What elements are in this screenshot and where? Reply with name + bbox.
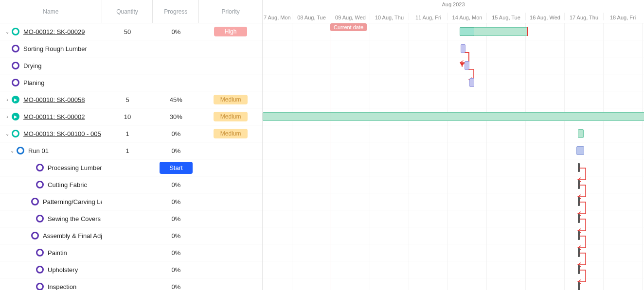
blue-ring-icon: [17, 147, 24, 154]
cell-priority: Medium: [199, 112, 262, 121]
table-row[interactable]: Sewing the Covers0%: [0, 210, 262, 227]
table-row[interactable]: Assembly & Final Adju0%: [0, 227, 262, 244]
purple-ring-icon: [36, 266, 44, 273]
table-row[interactable]: ›▶MO-00011: SK-000021030%Medium: [0, 108, 262, 125]
purple-ring-icon: [36, 181, 44, 188]
col-header-quantity: Quantity: [102, 0, 153, 23]
cell-progress: 0%: [153, 198, 199, 205]
task-label: Drying: [23, 62, 42, 69]
table-row[interactable]: Sorting Rough Lumber: [0, 40, 262, 57]
cell-priority: High: [199, 27, 262, 36]
dependency-link-icon: [571, 215, 590, 235]
purple-ring-icon: [12, 79, 19, 86]
cell-quantity: 1: [102, 147, 153, 154]
gantt-panel: Aug 2023 7 Aug, Mon08 Aug, Tue09 Aug, We…: [263, 0, 644, 290]
chevron-down-icon[interactable]: ⌄: [10, 148, 15, 154]
priority-badge: Medium: [214, 112, 248, 121]
priority-badge: Medium: [214, 95, 248, 104]
left-panel: Name Quantity Progress Priority ⌄MO-0001…: [0, 0, 263, 290]
task-label: Inspection: [48, 283, 76, 290]
purple-ring-icon: [36, 215, 44, 222]
cell-progress: 0%: [153, 283, 199, 290]
table-row[interactable]: ⌄MO-00012: SK-00029500%High: [0, 23, 262, 40]
teal-play-icon: ▶: [12, 96, 19, 103]
task-label: Patterning/Carving Le: [43, 198, 102, 205]
cell-progress: 45%: [153, 96, 199, 103]
chevron-down-icon[interactable]: ⌄: [5, 29, 10, 34]
timeline-day: 11 Aug, Fri: [409, 13, 447, 20]
table-row[interactable]: ›▶MO-00010: SK-00058545%Medium: [0, 91, 262, 108]
gantt-bar-mo00012-progress: [460, 27, 474, 36]
task-label: Sewing the Covers: [48, 215, 101, 222]
mo-link[interactable]: MO-00013: SK-00100 - 005: [23, 130, 101, 137]
chevron-down-icon[interactable]: ⌄: [5, 131, 10, 136]
task-label: Planing: [23, 79, 44, 86]
rows-container: ⌄MO-00012: SK-00029500%HighSorting Rough…: [0, 23, 262, 290]
gantt-bar-planing[interactable]: [469, 78, 474, 87]
mo-link[interactable]: MO-00011: SK-00002: [23, 113, 85, 120]
col-header-progress: Progress: [153, 0, 199, 23]
timeline-days: 7 Aug, Mon08 Aug, Tue09 Aug, Wed10 Aug, …: [263, 13, 642, 20]
task-label: Upholstery: [48, 266, 78, 273]
purple-ring-icon: [36, 164, 44, 171]
teal-play-icon: ▶: [12, 113, 19, 120]
cell-progress: 0%: [153, 28, 199, 35]
gantt-bar-mo00013[interactable]: [578, 129, 584, 138]
cell-quantity: 5: [102, 96, 153, 103]
purple-ring-icon: [12, 62, 19, 69]
table-row[interactable]: Inspection0%: [0, 278, 262, 290]
table-row[interactable]: Upholstery0%: [0, 261, 262, 278]
mo-link[interactable]: MO-00010: SK-00058: [23, 96, 85, 103]
task-label: Cutting Fabric: [48, 181, 87, 188]
gantt-bar-run01[interactable]: [576, 146, 584, 155]
purple-ring-icon: [12, 45, 19, 52]
cell-priority: Medium: [199, 95, 262, 104]
table-row[interactable]: ⌄MO-00013: SK-00100 - 00510%Medium: [0, 125, 262, 142]
task-label: Processing Lumber: [48, 164, 102, 171]
col-header-priority: Priority: [199, 0, 262, 23]
timeline-day: 18 Aug, Fri: [603, 13, 642, 20]
current-date-line: [330, 23, 330, 290]
cell-quantity: 1: [102, 130, 153, 137]
task-label: Paintin: [48, 249, 67, 256]
timeline-day: 7 Aug, Mon: [263, 13, 292, 20]
gantt-bar-mo00012-end: [527, 27, 528, 36]
gantt-body[interactable]: Current date: [263, 23, 644, 290]
timeline-day: 10 Aug, Thu: [370, 13, 409, 20]
priority-badge: High: [214, 27, 247, 36]
table-row[interactable]: Paintin0%: [0, 244, 262, 261]
timeline-day: 09 Aug, Wed: [331, 13, 370, 20]
cell-progress: 0%: [153, 249, 199, 256]
task-label: Assembly & Final Adju: [43, 232, 102, 239]
chevron-right-icon[interactable]: ›: [5, 97, 10, 102]
cell-progress: 30%: [153, 113, 199, 120]
purple-ring-icon: [36, 249, 44, 256]
gantt-bar-mo00011[interactable]: [263, 112, 644, 121]
cell-progress: 0%: [153, 215, 199, 222]
table-row[interactable]: Processing LumberStart: [0, 159, 262, 176]
chevron-right-icon[interactable]: ›: [5, 114, 10, 119]
purple-ring-icon: [36, 283, 44, 290]
cell-quantity: 50: [102, 28, 153, 35]
timeline-day: 17 Aug, Thu: [564, 13, 603, 20]
teal-ring-icon: [12, 28, 19, 35]
cell-quantity: 10: [102, 113, 153, 120]
col-header-name: Name: [0, 0, 102, 23]
table-row[interactable]: Drying: [0, 57, 262, 74]
table-row[interactable]: Patterning/Carving Le0%: [0, 193, 262, 210]
task-label: Sorting Rough Lumber: [23, 45, 87, 52]
mo-link[interactable]: MO-00012: SK-00029: [23, 28, 85, 35]
table-row[interactable]: Cutting Fabric0%: [0, 176, 262, 193]
column-headers: Name Quantity Progress Priority: [0, 0, 262, 23]
table-row[interactable]: ⌄Run 0110%: [0, 142, 262, 159]
start-button[interactable]: Start: [160, 162, 192, 174]
cell-progress: 0%: [153, 147, 199, 154]
timeline-month: Aug 2023: [263, 1, 644, 7]
cell-progress: 0%: [153, 130, 199, 137]
dependency-link-icon: [571, 232, 590, 252]
table-row[interactable]: Planing: [0, 74, 262, 91]
timeline-day: 08 Aug, Tue: [292, 13, 331, 20]
dependency-link-icon: [571, 198, 590, 218]
cell-progress: 0%: [153, 232, 199, 239]
gantt-milestone-tick[interactable]: [578, 282, 580, 290]
